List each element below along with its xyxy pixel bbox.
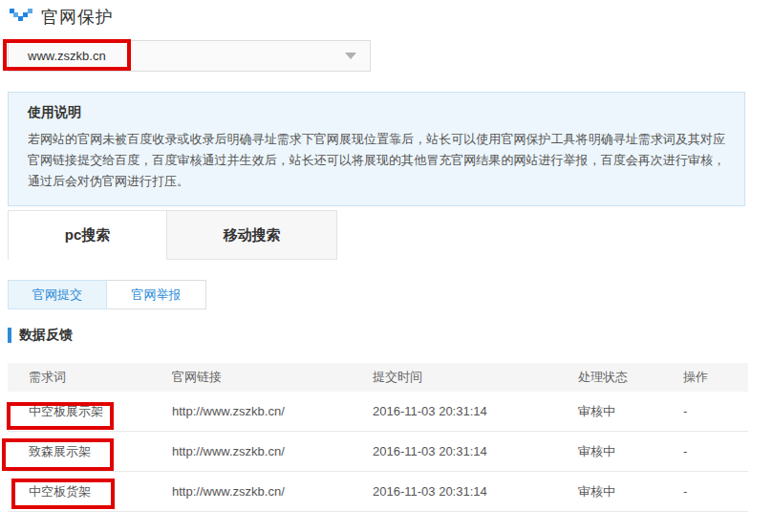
feedback-table: 需求词 官网链接 提交时间 处理状态 操作 中空板展示架 http://www.… (8, 363, 748, 512)
table-header-row: 需求词 官网链接 提交时间 处理状态 操作 (8, 363, 748, 392)
tab-mobile-search[interactable]: 移动搜索 (167, 210, 337, 260)
action-subtabs: 官网提交 官网举报 (8, 280, 206, 309)
cell-url: http://www.zszkb.cn/ (172, 404, 373, 418)
cell-keyword: 致森展示架 (8, 443, 172, 460)
pixel-v-logo-icon (10, 8, 32, 27)
cell-url: http://www.zszkb.cn/ (172, 484, 373, 499)
notice-title: 使用说明 (28, 104, 725, 121)
cell-status: 审核中 (578, 403, 683, 420)
cell-url: http://www.zszkb.cn/ (172, 444, 373, 458)
section-title-text: 数据反馈 (19, 327, 73, 344)
search-type-tabs: pc搜索 移动搜索 (8, 210, 337, 260)
header-action: 操作 (683, 369, 748, 386)
cell-action: - (683, 444, 748, 458)
cell-time: 2016-11-03 20:31:14 (373, 444, 578, 458)
site-selector-dropdown[interactable]: www.zszkb.cn (8, 40, 371, 72)
subtab-site-submit[interactable]: 官网提交 (8, 280, 107, 309)
cell-status: 审核中 (578, 483, 683, 500)
page-title: 官网保护 (41, 6, 114, 29)
tab-pc-search[interactable]: pc搜索 (8, 210, 167, 260)
usage-notice: 使用说明 若网站的官网未被百度收录或收录后明确寻址需求下官网展现位置靠后，站长可… (8, 92, 745, 206)
blue-bar-icon (8, 328, 11, 343)
cell-action: - (683, 484, 748, 499)
notice-body: 若网站的官网未被百度收录或收录后明确寻址需求下官网展现位置靠后，站长可以使用官网… (28, 129, 725, 192)
table-row: 中空板展示架 http://www.zszkb.cn/ 2016-11-03 2… (8, 392, 748, 432)
tab-mobile-search-label: 移动搜索 (224, 226, 281, 245)
header-keyword: 需求词 (8, 369, 172, 386)
cell-keyword: 中空板展示架 (8, 403, 172, 420)
cell-keyword: 中空板货架 (8, 483, 172, 500)
data-feedback-section-title: 数据反馈 (8, 327, 73, 344)
cell-time: 2016-11-03 20:31:14 (373, 404, 578, 418)
header-status: 处理状态 (578, 369, 683, 386)
cell-time: 2016-11-03 20:31:14 (373, 484, 578, 499)
header-url: 官网链接 (172, 369, 373, 386)
tab-pc-search-label: pc搜索 (65, 226, 111, 245)
official-site-protection-page: 官网保护 www.zszkb.cn 使用说明 若网站的官网未被百度收录或收录后明… (0, 0, 773, 532)
site-selector-value: www.zszkb.cn (9, 49, 106, 63)
subtab-site-report[interactable]: 官网举报 (107, 280, 206, 309)
table-row: 中空板货架 http://www.zszkb.cn/ 2016-11-03 20… (8, 472, 748, 512)
subtab-site-report-label: 官网举报 (132, 287, 182, 304)
header-time: 提交时间 (373, 369, 578, 386)
cell-action: - (683, 404, 748, 418)
subtab-site-submit-label: 官网提交 (32, 287, 82, 304)
table-row: 致森展示架 http://www.zszkb.cn/ 2016-11-03 20… (8, 432, 748, 472)
page-header: 官网保护 (10, 6, 114, 29)
chevron-down-icon (345, 53, 356, 59)
cell-status: 审核中 (578, 443, 683, 460)
